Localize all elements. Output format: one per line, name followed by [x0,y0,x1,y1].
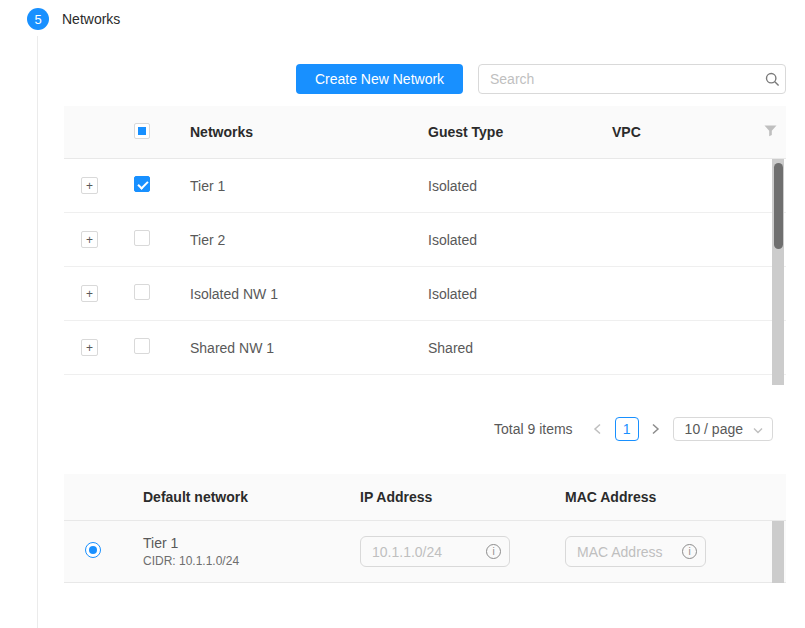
expand-row-button[interactable]: + [81,177,98,194]
ip-address-field-wrapper: i [360,536,510,567]
row-checkbox[interactable] [134,230,150,246]
search-icon[interactable] [759,72,785,87]
vertical-scrollbar-thumb[interactable] [774,163,783,249]
networks-table-body: + Tier 1 Isolated + Tier 2 Isolated + Is… [64,159,786,385]
pagination: Total 9 items 1 10 / page [494,417,773,441]
row-checkbox[interactable] [134,176,150,192]
table-row[interactable]: + Isolated NW 1 Isolated [64,267,786,321]
pagination-total: Total 9 items [494,421,573,437]
default-network-table-header: Default network IP Address MAC Address [64,474,786,521]
vertical-scrollbar-track[interactable] [772,521,784,583]
chevron-right-icon[interactable] [647,417,665,441]
default-network-row[interactable]: Tier 1 CIDR: 10.1.1.0/24 i i [64,521,786,583]
chevron-left-icon[interactable] [589,417,607,441]
row-checkbox[interactable] [134,284,150,300]
vertical-scrollbar-track[interactable] [772,159,784,385]
step-indicator: 5 [27,8,49,30]
default-network-cidr: CIDR: 10.1.1.0/24 [143,554,360,568]
step-number: 5 [34,12,41,27]
page-title: Networks [62,11,120,27]
page-number-button[interactable]: 1 [615,417,639,441]
column-header-networks: Networks [190,124,428,140]
networks-table-header: Networks Guest Type VPC [64,106,786,159]
guest-type: Isolated [428,232,612,248]
table-row[interactable]: + Shared NW 1 Shared [64,321,786,375]
filter-icon[interactable] [764,124,777,140]
expand-row-button[interactable]: + [81,339,98,356]
mac-address-field-wrapper: i [565,536,706,567]
column-header-ip-address: IP Address [360,489,565,505]
create-new-network-button[interactable]: Create New Network [296,64,463,94]
column-header-guest-type: Guest Type [428,124,612,140]
guest-type: Isolated [428,178,612,194]
info-circle-icon[interactable]: i [682,544,697,559]
column-header-default-network: Default network [143,489,360,505]
column-header-vpc: VPC [612,124,754,140]
info-circle-icon[interactable]: i [486,544,501,559]
page-size-select[interactable]: 10 / page [673,417,773,441]
expand-row-button[interactable]: + [81,231,98,248]
guest-type: Shared [428,340,612,356]
row-checkbox[interactable] [134,338,150,354]
page-size-value: 10 / page [685,421,743,437]
default-network-table: Default network IP Address MAC Address T… [64,474,786,583]
select-all-checkbox[interactable] [134,123,150,139]
table-row[interactable]: + Tier 2 Isolated [64,213,786,267]
network-name: Tier 2 [190,232,428,248]
network-name: Tier 1 [190,178,428,194]
guest-type: Isolated [428,286,612,302]
search-box[interactable] [478,64,786,94]
chevron-down-icon [753,421,763,437]
search-input[interactable] [479,71,759,87]
column-header-mac-address: MAC Address [565,489,786,505]
table-row[interactable]: + Tier 1 Isolated [64,159,786,213]
step-connector-line [37,36,38,628]
expand-row-button[interactable]: + [81,285,98,302]
default-network-name: Tier 1 [143,535,360,551]
network-name: Shared NW 1 [190,340,428,356]
default-network-radio[interactable] [85,542,101,558]
networks-table: Networks Guest Type VPC + Tier 1 Isolate… [64,106,786,385]
network-name: Isolated NW 1 [190,286,428,302]
